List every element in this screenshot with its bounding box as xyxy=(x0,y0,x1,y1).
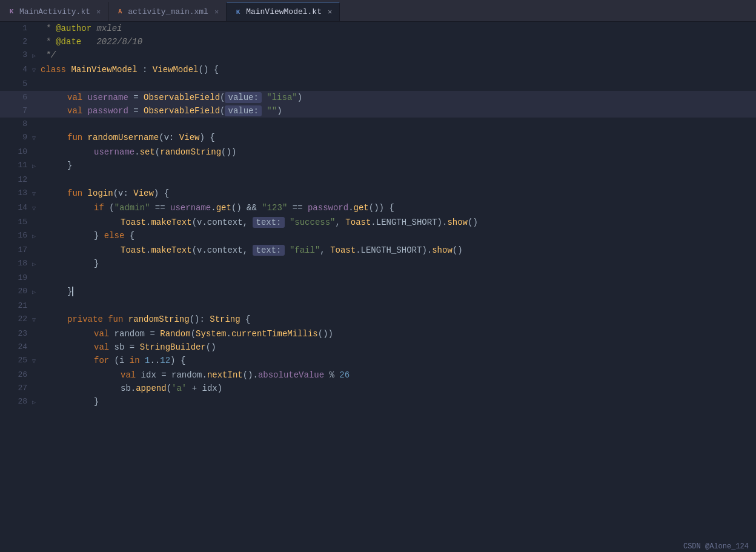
table-row: 18 ▷ } xyxy=(0,257,756,271)
code-line xyxy=(41,271,756,285)
fold-gutter[interactable] xyxy=(27,244,41,257)
line-number: 8 xyxy=(0,118,27,131)
code-line: } xyxy=(41,159,756,173)
status-text: CSDN @Alone_124 xyxy=(683,542,749,551)
fold-gutter[interactable]: ▷ xyxy=(27,229,41,244)
fold-gutter[interactable] xyxy=(27,341,41,354)
line-number: 18 xyxy=(0,257,27,271)
close-icon-main-activity[interactable]: ✕ xyxy=(96,7,101,16)
fold-gutter[interactable] xyxy=(27,382,41,395)
table-row: 23 val random = Random(System.currentTim… xyxy=(0,327,756,341)
tab-activity-main-xml[interactable]: A activity_main.xml ✕ xyxy=(108,2,227,21)
fold-gutter[interactable] xyxy=(27,35,41,48)
line-number: 17 xyxy=(0,244,27,257)
table-row: 25 ▽ for (i in 1..12) { xyxy=(0,354,756,368)
code-scroll-area[interactable]: 1 * @author mxlei 2 * @date 2022/8/10 3 … xyxy=(0,22,756,552)
line-number: 11 xyxy=(0,159,27,173)
table-row: 10 username.set(randomString()) xyxy=(0,145,756,159)
fold-gutter[interactable] xyxy=(27,78,41,91)
fold-gutter[interactable] xyxy=(27,368,41,382)
code-editor: 1 * @author mxlei 2 * @date 2022/8/10 3 … xyxy=(0,22,756,552)
fold-gutter[interactable] xyxy=(27,118,41,131)
table-row: 19 xyxy=(0,271,756,285)
tab-main-activity[interactable]: K MainActivity.kt ✕ xyxy=(0,2,108,21)
fold-gutter[interactable]: ▽ xyxy=(27,354,41,368)
code-line: val username = ObservableField(value: "l… xyxy=(41,91,756,104)
table-row: 9 ▽ fun randomUsername(v: View) { xyxy=(0,131,756,145)
fold-gutter[interactable] xyxy=(27,173,41,187)
tab-label-activity-main-xml: activity_main.xml xyxy=(128,7,208,16)
fold-gutter[interactable]: ▽ xyxy=(27,131,41,145)
table-row: 6 val username = ObservableField(value: … xyxy=(0,91,756,104)
table-row: 8 xyxy=(0,118,756,131)
tab-main-viewmodel[interactable]: K MainViewModel.kt ✕ xyxy=(227,2,340,21)
fold-gutter[interactable]: ▷ xyxy=(27,257,41,271)
fold-gutter[interactable] xyxy=(27,104,41,118)
fold-gutter[interactable]: ▷ xyxy=(27,395,41,410)
line-number: 4 xyxy=(0,63,27,78)
fold-gutter[interactable] xyxy=(27,216,41,229)
kt-icon: K xyxy=(7,7,16,16)
code-line: } else { xyxy=(41,229,756,244)
fold-gutter[interactable]: ▽ xyxy=(27,63,41,78)
code-line: if ("admin" == username.get() && "123" =… xyxy=(41,201,756,216)
code-line xyxy=(41,299,756,313)
table-row: 27 sb.append('a' + idx) xyxy=(0,382,756,395)
fold-gutter[interactable]: ▽ xyxy=(27,313,41,327)
line-number: 3 xyxy=(0,48,27,63)
table-row: 2 * @date 2022/8/10 xyxy=(0,35,756,48)
line-number: 26 xyxy=(0,368,27,382)
fold-gutter[interactable]: ▽ xyxy=(27,187,41,201)
table-row: 12 xyxy=(0,173,756,187)
code-line: username.set(randomString()) xyxy=(41,145,756,159)
table-row: 22 ▽ private fun randomString(): String … xyxy=(0,313,756,327)
code-line: Toast.makeText(v.context, text: "fail", … xyxy=(41,244,756,257)
code-line: } xyxy=(41,257,756,271)
code-table: 1 * @author mxlei 2 * @date 2022/8/10 3 … xyxy=(0,22,756,410)
fold-gutter[interactable]: ▽ xyxy=(27,201,41,216)
code-line: private fun randomString(): String { xyxy=(41,313,756,327)
code-line: sb.append('a' + idx) xyxy=(41,382,756,395)
close-icon-activity-main-xml[interactable]: ✕ xyxy=(214,7,219,16)
table-row: 26 val idx = random.nextInt().absoluteVa… xyxy=(0,368,756,382)
table-row: 4 ▽ class MainViewModel : ViewModel() { xyxy=(0,63,756,78)
code-line: Toast.makeText(v.context, text: "success… xyxy=(41,216,756,229)
line-number: 7 xyxy=(0,104,27,118)
code-line: * @author mxlei xyxy=(41,22,756,35)
fold-gutter[interactable] xyxy=(27,145,41,159)
code-line: val idx = random.nextInt().absoluteValue… xyxy=(41,368,756,382)
fold-gutter[interactable]: ▷ xyxy=(27,159,41,173)
table-row: 15 Toast.makeText(v.context, text: "succ… xyxy=(0,216,756,229)
line-number: 5 xyxy=(0,78,27,91)
code-line: } xyxy=(41,395,756,410)
close-icon-main-viewmodel[interactable]: ✕ xyxy=(328,7,332,16)
table-row: 20 ▷ } xyxy=(0,285,756,299)
line-number: 1 xyxy=(0,22,27,35)
fold-gutter[interactable] xyxy=(27,327,41,341)
fold-gutter[interactable] xyxy=(27,299,41,313)
line-number: 24 xyxy=(0,341,27,354)
code-line: val sb = StringBuilder() xyxy=(41,341,756,354)
fold-gutter[interactable] xyxy=(27,22,41,35)
line-number: 21 xyxy=(0,299,27,313)
fold-gutter[interactable] xyxy=(27,271,41,285)
line-number: 9 xyxy=(0,131,27,145)
line-number: 12 xyxy=(0,173,27,187)
tab-bar: K MainActivity.kt ✕ A activity_main.xml … xyxy=(0,0,756,22)
table-row: 24 val sb = StringBuilder() xyxy=(0,341,756,354)
table-row: 16 ▷ } else { xyxy=(0,229,756,244)
table-row: 28 ▷ } xyxy=(0,395,756,410)
line-number: 15 xyxy=(0,216,27,229)
line-number: 28 xyxy=(0,395,27,410)
table-row: 5 xyxy=(0,78,756,91)
code-line: * @date 2022/8/10 xyxy=(41,35,756,48)
line-number: 25 xyxy=(0,354,27,368)
fold-gutter[interactable]: ▷ xyxy=(27,285,41,299)
code-line: val password = ObservableField(value: ""… xyxy=(41,104,756,118)
fold-gutter[interactable] xyxy=(27,91,41,104)
line-number: 19 xyxy=(0,271,27,285)
code-line: class MainViewModel : ViewModel() { xyxy=(41,63,756,78)
code-line xyxy=(41,118,756,131)
fold-gutter[interactable]: ▷ xyxy=(27,48,41,63)
code-line: } xyxy=(41,285,756,299)
